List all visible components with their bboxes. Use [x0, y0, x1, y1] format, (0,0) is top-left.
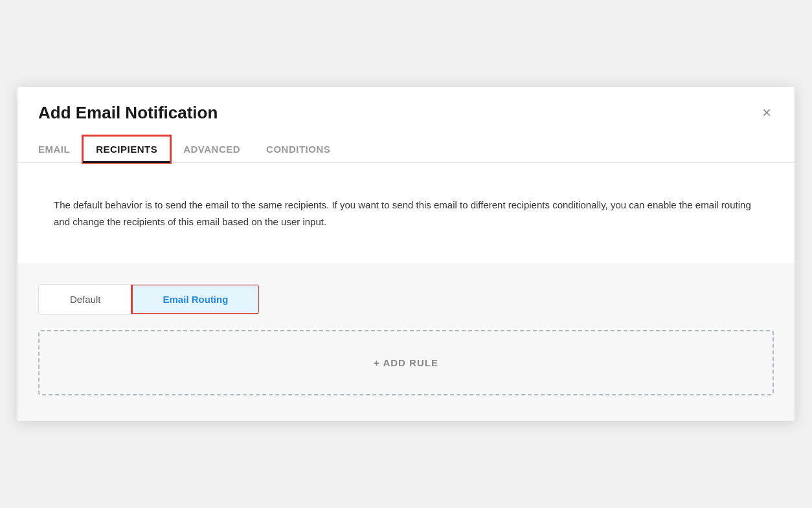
close-button[interactable]: ×	[760, 102, 774, 123]
modal-dialog: Add Email Notification × EMAIL RECIPIENT…	[17, 87, 795, 421]
toggle-group: Default Email Routing	[38, 284, 260, 315]
tab-email[interactable]: EMAIL	[38, 136, 83, 162]
description-text: The default behavior is to send the emai…	[38, 181, 774, 245]
toggle-email-routing[interactable]: Email Routing	[132, 285, 260, 314]
modal-header: Add Email Notification ×	[17, 87, 795, 123]
content-area: The default behavior is to send the emai…	[17, 163, 795, 245]
add-rule-label: + ADD RULE	[374, 357, 438, 368]
tabs-container: EMAIL RECIPIENTS ADVANCED CONDITIONS	[17, 136, 795, 163]
tab-recipients[interactable]: RECIPIENTS	[83, 136, 170, 162]
modal-overlay: Add Email Notification × EMAIL RECIPIENT…	[0, 0, 812, 508]
modal-body: Default Email Routing + ADD RULE	[17, 263, 795, 421]
add-rule-area[interactable]: + ADD RULE	[38, 330, 774, 395]
tab-conditions[interactable]: CONDITIONS	[253, 136, 343, 162]
toggle-default[interactable]: Default	[39, 285, 132, 314]
modal-title: Add Email Notification	[38, 103, 218, 123]
tab-advanced[interactable]: ADVANCED	[170, 136, 253, 162]
